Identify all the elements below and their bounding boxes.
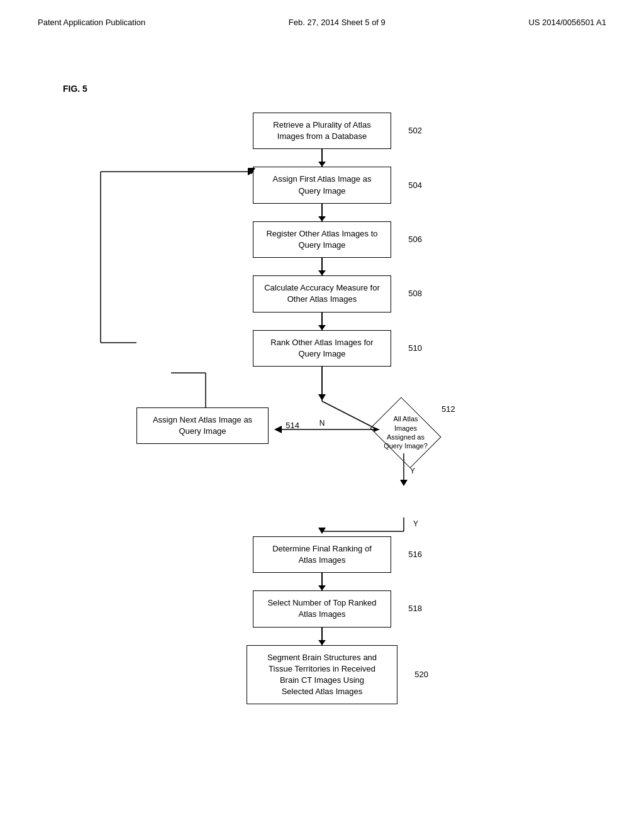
arrow-502-504 (321, 149, 323, 167)
header-right: US 2014/0056501 A1 (528, 18, 606, 27)
node-502: Retrieve a Plurality of AtlasImages from… (253, 113, 391, 149)
arrow-518-520 (321, 628, 323, 645)
label-502: 502 (408, 125, 422, 136)
page-header: Patent Application Publication Feb. 27, … (0, 0, 644, 33)
flowchart: Retrieve a Plurality of AtlasImages from… (0, 113, 644, 742)
node-506: Register Other Atlas Images toQuery Imag… (253, 221, 391, 258)
header-center: Feb. 27, 2014 Sheet 5 of 9 (289, 18, 386, 27)
svg-marker-11 (400, 480, 408, 486)
node-520-wrapper: Segment Brain Structures andTissue Terri… (247, 645, 397, 705)
arrow-516-518 (321, 573, 323, 590)
node-510-wrapper: Rank Other Atlas Images forQuery Image 5… (253, 330, 391, 367)
node-518: Select Number of Top RankedAtlas Images … (253, 590, 391, 627)
loop-section: 512 N Y Assign Next Atlas Image asQuery … (133, 367, 511, 517)
y-arrow-svg: Y (133, 517, 511, 536)
node-508-wrapper: Calculate Accuracy Measure forOther Atla… (253, 275, 391, 312)
svg-marker-1 (318, 394, 326, 401)
node-512-text: All AtlasImagesAssigned asQuery Image? (365, 404, 447, 461)
label-520: 520 (414, 669, 428, 680)
svg-text:N: N (319, 419, 325, 428)
svg-text:Y: Y (410, 467, 415, 475)
node-516-wrapper: Determine Final Ranking ofAtlas Images 5… (253, 536, 391, 573)
label-506: 506 (408, 234, 422, 245)
node-516: Determine Final Ranking ofAtlas Images 5… (253, 536, 391, 573)
node-504-wrapper: Assign First Atlas Image asQuery Image 5… (253, 167, 391, 203)
arrow-508-510 (321, 313, 323, 330)
y-connector: Y (133, 517, 511, 536)
label-510: 510 (408, 343, 422, 354)
svg-marker-17 (318, 528, 326, 534)
label-504: 504 (408, 179, 422, 191)
label-516: 516 (408, 549, 422, 560)
node-512-wrapper: All AtlasImagesAssigned asQuery Image? (365, 404, 447, 461)
node-518-wrapper: Select Number of Top RankedAtlas Images … (253, 590, 391, 627)
node-506-wrapper: Register Other Atlas Images toQuery Imag… (253, 221, 391, 258)
svg-text:Y: Y (413, 519, 418, 528)
svg-marker-7 (274, 426, 282, 433)
node-504: Assign First Atlas Image asQuery Image 5… (253, 167, 391, 203)
label-514: 514 (286, 420, 299, 431)
arrow-506-508 (321, 258, 323, 275)
node-508: Calculate Accuracy Measure forOther Atla… (253, 275, 391, 312)
label-518: 518 (408, 603, 422, 614)
arrow-504-506 (321, 204, 323, 221)
header-left: Patent Application Publication (38, 18, 145, 27)
node-514: Assign Next Atlas Image asQuery Image 51… (136, 407, 269, 444)
label-508: 508 (408, 288, 422, 299)
node-510: Rank Other Atlas Images forQuery Image 5… (253, 330, 391, 367)
node-502-wrapper: Retrieve a Plurality of AtlasImages from… (253, 113, 391, 149)
node-520: Segment Brain Structures andTissue Terri… (247, 645, 397, 705)
node-514-wrapper: Assign Next Atlas Image asQuery Image 51… (136, 407, 269, 444)
figure-label: FIG. 5 (0, 33, 644, 113)
